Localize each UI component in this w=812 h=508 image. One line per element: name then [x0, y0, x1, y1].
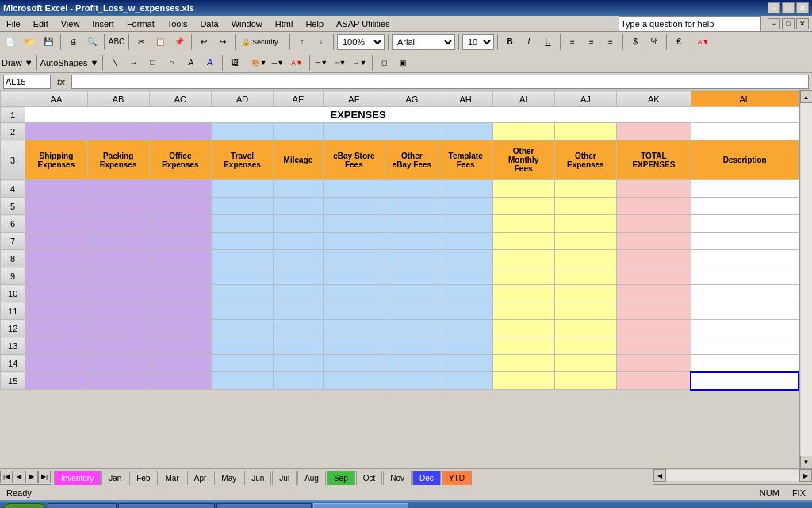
cell-AL8[interactable] — [691, 250, 799, 267]
row-header-7[interactable]: 7 — [1, 233, 25, 250]
menu-file[interactable]: File — [3, 18, 24, 29]
open-button[interactable]: 📂 — [21, 33, 38, 51]
cell-AF6[interactable] — [323, 215, 385, 233]
title-bar-buttons[interactable]: − □ ✕ — [768, 2, 809, 13]
vertical-scrollbar[interactable]: ▲ ▼ — [799, 90, 812, 468]
line-style[interactable]: ═▼ — [313, 54, 331, 71]
cell-AC9[interactable] — [149, 267, 211, 285]
cell-AB6[interactable] — [87, 215, 149, 233]
cell-AB13[interactable] — [87, 337, 149, 355]
cell-AK12[interactable] — [616, 320, 691, 337]
fill-color-draw[interactable]: 🎨▼ — [251, 54, 268, 71]
cell-AI8[interactable] — [492, 250, 554, 267]
sheet-tab-dec[interactable]: Dec — [412, 471, 441, 485]
sort-asc[interactable]: ↑ — [293, 33, 311, 51]
taskbar-item-excel[interactable]: Microsoft Excel - Profi... — [313, 503, 408, 508]
cell-AF12[interactable] — [323, 320, 385, 337]
wordart-tool[interactable]: A — [201, 54, 219, 71]
col-AE[interactable]: AE — [274, 91, 324, 107]
cell-AK11[interactable] — [616, 302, 691, 320]
menu-data[interactable]: Data — [197, 18, 221, 29]
cell-AL11[interactable] — [691, 302, 799, 320]
cell-AE7[interactable] — [274, 233, 324, 250]
row-header-1[interactable]: 1 — [1, 107, 25, 123]
cell-AL6[interactable] — [691, 215, 799, 233]
cell-AJ10[interactable] — [554, 285, 616, 302]
cell-AG8[interactable] — [385, 250, 439, 267]
row-header-5[interactable]: 5 — [1, 198, 25, 215]
cell-AG6[interactable] — [385, 215, 439, 233]
cell-AJ13[interactable] — [554, 337, 616, 355]
cell-AD6[interactable] — [211, 215, 273, 233]
cell-AE15[interactable] — [274, 372, 324, 390]
cell-AE13[interactable] — [274, 337, 324, 355]
close-button[interactable]: ✕ — [796, 2, 809, 13]
cell-AK2[interactable] — [616, 123, 691, 140]
scroll-track-v[interactable] — [801, 103, 812, 456]
cell-AC3[interactable]: OfficeExpenses — [149, 140, 211, 180]
cell-AE2[interactable] — [274, 123, 324, 140]
cell-AJ5[interactable] — [554, 198, 616, 215]
menu-edit[interactable]: Edit — [30, 18, 52, 29]
cell-AA2[interactable] — [25, 123, 87, 140]
start-button[interactable]: ⊞ start — [3, 503, 46, 508]
cell-AF2[interactable] — [323, 123, 385, 140]
cell-AE11[interactable] — [274, 302, 324, 320]
cell-AK8[interactable] — [616, 250, 691, 267]
cell-AE10[interactable] — [274, 285, 324, 302]
cell-AI14[interactable] — [492, 355, 554, 372]
align-right[interactable]: ≡ — [602, 33, 619, 51]
cell-title[interactable]: EXPENSES — [25, 107, 691, 123]
sheet-tab-jun[interactable]: Jun — [244, 471, 271, 485]
cell-AG3[interactable]: OthereBay Fees — [385, 140, 439, 180]
cell-AK15[interactable] — [616, 372, 691, 390]
cell-AA10[interactable] — [25, 285, 87, 302]
col-AG[interactable]: AG — [385, 91, 439, 107]
cell-AF9[interactable] — [323, 267, 385, 285]
cell-AA5[interactable] — [25, 198, 87, 215]
sheet-tab-ytd[interactable]: YTD — [442, 471, 472, 485]
col-AC[interactable]: AC — [149, 91, 211, 107]
cell-AI15[interactable] — [492, 372, 554, 390]
tab-scroll-left[interactable]: ◀ — [13, 471, 25, 483]
clipart-tool[interactable]: 🖼 — [226, 54, 243, 71]
preview-button[interactable]: 🔍 — [83, 33, 101, 51]
cell-AL14[interactable] — [691, 355, 799, 372]
menu-format[interactable]: Format — [124, 18, 158, 29]
cell-AE8[interactable] — [274, 250, 324, 267]
currency-button[interactable]: $ — [626, 33, 644, 51]
cell-AC13[interactable] — [149, 337, 211, 355]
zoom-select[interactable]: 100% — [337, 34, 385, 50]
tab-scroll-left-first[interactable]: |◀ — [0, 471, 13, 483]
col-AF[interactable]: AF — [323, 91, 385, 107]
dash-style[interactable]: ╌▼ — [332, 54, 350, 71]
col-AK[interactable]: AK — [616, 91, 691, 107]
cell-AG5[interactable] — [385, 198, 439, 215]
cell-AH3[interactable]: TemplateFees — [439, 140, 492, 180]
cell-AB5[interactable] — [87, 198, 149, 215]
cell-AH12[interactable] — [439, 320, 492, 337]
cell-AH6[interactable] — [439, 215, 492, 233]
security-button[interactable]: 🔒 Security... — [239, 33, 286, 51]
cell-AK6[interactable] — [616, 215, 691, 233]
cell-AC8[interactable] — [149, 250, 211, 267]
cell-AD5[interactable] — [211, 198, 273, 215]
help-search[interactable] — [619, 16, 761, 32]
scroll-up-button[interactable]: ▲ — [800, 90, 813, 103]
cell-AG12[interactable] — [385, 320, 439, 337]
sheet-tab-aug[interactable]: Aug — [297, 471, 326, 485]
arrow-tool[interactable]: → — [125, 54, 143, 71]
cell-AD14[interactable] — [211, 355, 273, 372]
window-controls-2[interactable]: − □ ✕ — [768, 18, 809, 29]
cell-AD13[interactable] — [211, 337, 273, 355]
cell-AE3[interactable]: Mileage — [274, 140, 324, 180]
cell-AJ9[interactable] — [554, 267, 616, 285]
shadow-button[interactable]: ◻ — [376, 54, 393, 71]
cell-AK13[interactable] — [616, 337, 691, 355]
cell-AC15[interactable] — [149, 372, 211, 390]
textbox-tool[interactable]: A — [182, 54, 200, 71]
taskbar-item-documents[interactable]: C:\Documents and Se... — [216, 503, 312, 508]
row-header-4[interactable]: 4 — [1, 180, 25, 198]
col-AL[interactable]: AL — [691, 91, 799, 107]
cell-AC11[interactable] — [149, 302, 211, 320]
